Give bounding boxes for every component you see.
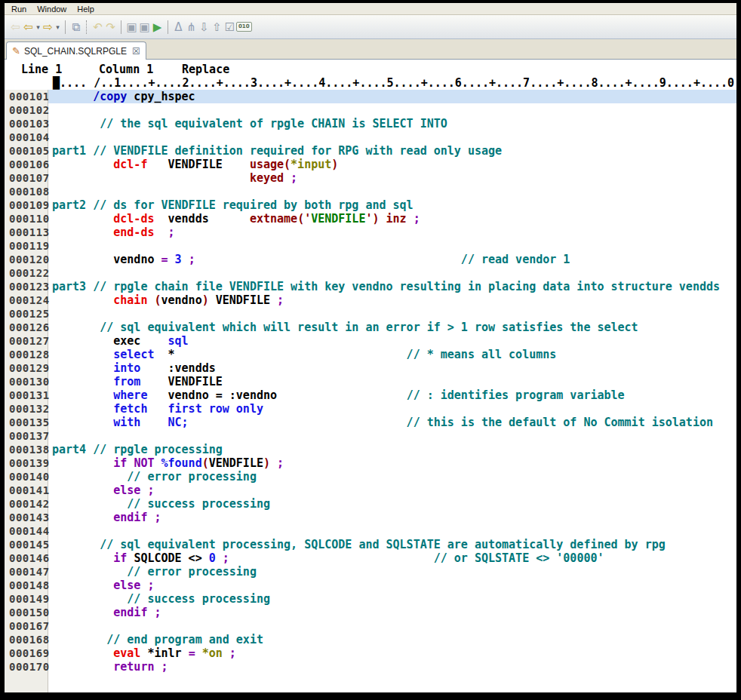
last-edit-location-icon[interactable]: ⧉: [69, 19, 82, 35]
line-sequence-number: 000150: [5, 606, 48, 619]
code-line[interactable]: 000146 if SQLCODE <> 0 ; // or SQLSTATE …: [5, 551, 736, 565]
code-line[interactable]: 000124 chain (vendno) VENDFILE ;: [5, 293, 736, 307]
menu-help[interactable]: Help: [73, 5, 101, 14]
code-text: [48, 239, 736, 253]
code-line[interactable]: 000104: [5, 130, 736, 144]
code-line[interactable]: 000138part4 // rpgle processing: [5, 443, 736, 456]
code-line[interactable]: 000170 return ;: [5, 660, 736, 674]
line-sequence-number: 000140: [5, 470, 48, 484]
code-line[interactable]: 000169 eval *inlr = *on ;: [5, 646, 736, 660]
code-text: [48, 619, 736, 633]
code-line[interactable]: 000106 dcl-f VENDFILE usage(*input): [5, 158, 736, 171]
code-text: eval *inlr = *on ;: [48, 646, 736, 660]
code-line[interactable]: 000168 // end program and exit: [5, 633, 736, 646]
code-line[interactable]: 000103 // the sql equivalent of rpgle CH…: [5, 117, 736, 130]
code-line[interactable]: 000131 where vendno = :vendno // : ident…: [5, 388, 736, 402]
code-line[interactable]: 000127 exec sql: [5, 334, 736, 348]
line-sequence-number: 000138: [5, 443, 48, 456]
line-sequence-number: 000110: [5, 212, 48, 226]
code-line[interactable]: 000141 else ;: [5, 484, 736, 497]
code-text: part4 // rpgle processing: [48, 443, 736, 456]
undo-icon[interactable]: ↶: [91, 19, 104, 35]
code-line[interactable]: 000135 with NC; // this is the default o…: [5, 416, 736, 429]
menu-window[interactable]: Window: [33, 5, 73, 14]
code-text: [48, 130, 736, 144]
code-line[interactable]: 000167: [5, 619, 736, 633]
previous-mark-icon[interactable]: ⇧: [211, 19, 223, 35]
code-text: fetch first row only: [48, 402, 736, 416]
menu-run[interactable]: Run: [8, 5, 33, 14]
code-line[interactable]: 000128 select * // * means all columns: [5, 348, 736, 361]
forward-icon[interactable]: ⇨: [42, 19, 54, 35]
lpex-editor[interactable]: Line 1 Column 1 Replace █.... /..1....+.…: [5, 60, 736, 692]
code-line[interactable]: 000126 // sql equivalent which will resu…: [5, 321, 736, 334]
terminate-icon[interactable]: ▣: [125, 19, 138, 35]
code-line[interactable]: 000142 // success processing: [5, 497, 736, 511]
status-column-number: Column 1: [99, 63, 153, 76]
code-line[interactable]: 000108: [5, 185, 736, 198]
tab-close-icon[interactable]: ☒: [132, 46, 140, 57]
code-line[interactable]: 000147 // error processing: [5, 565, 736, 579]
code-text: endif ;: [48, 606, 736, 619]
code-text: else ;: [48, 484, 736, 497]
code-line[interactable]: 000125: [5, 307, 736, 321]
code-line[interactable]: 000123part3 // rpgle chain file VENDFILE…: [5, 280, 736, 293]
back-dropdown-icon[interactable]: ▾: [35, 19, 42, 35]
compare-delta-icon[interactable]: Δ: [172, 19, 185, 35]
code-line[interactable]: 000129 into :vendds: [5, 361, 736, 375]
code-lines[interactable]: 000101 /copy cpy_hspec000102 000103 // t…: [5, 90, 736, 692]
code-line[interactable]: 000140 // error processing: [5, 470, 736, 484]
next-mark-icon[interactable]: ⇩: [198, 19, 211, 35]
code-line[interactable]: 000148 else ;: [5, 579, 736, 592]
code-text: [48, 307, 736, 321]
code-line[interactable]: 000119: [5, 239, 736, 253]
redo-icon[interactable]: ↷: [104, 19, 117, 35]
menu-bar: Run Window Help: [5, 3, 736, 15]
code-line[interactable]: 000149 // success processing: [5, 592, 736, 606]
line-sequence-number: 000147: [5, 565, 48, 579]
line-sequence-number: 000137: [5, 429, 48, 443]
binary-source-icon[interactable]: 010: [236, 22, 252, 32]
back-icon[interactable]: ⇦: [22, 19, 35, 35]
code-line[interactable]: 000120 vendno = 3 ; // read vendor 1: [5, 253, 736, 266]
line-sequence-number: 000135: [5, 416, 48, 429]
code-line[interactable]: 000144: [5, 524, 736, 538]
code-line[interactable]: 000145 // sql equivalent processing, SQL…: [5, 538, 736, 551]
tab-sql-chain-sqlrpgle[interactable]: ✎ SQL_CHAIN.SQLRPGLE ☒: [6, 41, 146, 60]
code-text: [48, 185, 736, 198]
code-line[interactable]: 000105part1 // VENDFILE definition requi…: [5, 144, 736, 158]
code-line[interactable]: 000132 fetch first row only: [5, 402, 736, 416]
code-line[interactable]: 000113 end-ds ;: [5, 226, 736, 239]
code-line[interactable]: 000150 endif ;: [5, 606, 736, 619]
verify-icon[interactable]: ☑: [223, 19, 236, 35]
code-text: from VENDFILE: [48, 375, 736, 388]
line-sequence-number: 000125: [5, 307, 48, 321]
format-ruler: █.... /..1....+....2....+....3....+....4…: [5, 76, 736, 90]
code-line[interactable]: 000130 from VENDFILE: [5, 375, 736, 388]
application-window: Run Window Help ⇦⇦▾⇨▾⧉↶↷▣▣▶Δ⋔⇩⇧☑010 ✎ SQ…: [5, 3, 736, 692]
code-line[interactable]: 000107 keyed ;: [5, 171, 736, 185]
code-line[interactable]: 000139 if NOT %found(VENDFILE) ;: [5, 456, 736, 470]
hierarchy-icon[interactable]: ⋔: [185, 19, 198, 35]
code-line[interactable]: 000122: [5, 266, 736, 280]
code-text: /copy cpy_hspec: [48, 90, 736, 103]
code-line[interactable]: 000109part2 // ds for VENDFILE required …: [5, 198, 736, 212]
line-sequence-number: 000148: [5, 579, 48, 592]
code-line[interactable]: 000110 dcl-ds vendds extname('VENDFILE')…: [5, 212, 736, 226]
line-sequence-number: 000124: [5, 293, 48, 307]
line-sequence-number: 000170: [5, 660, 48, 674]
code-line[interactable]: 000137: [5, 429, 736, 443]
code-line[interactable]: 000143 endif ;: [5, 511, 736, 524]
back-disabled-icon[interactable]: ⇦: [9, 19, 22, 35]
code-text: endif ;: [48, 511, 736, 524]
status-line-number: Line 1: [21, 63, 62, 76]
line-sequence-number: 000167: [5, 619, 48, 633]
run-icon[interactable]: ▶: [151, 19, 164, 35]
code-text: // success processing: [48, 497, 736, 511]
code-text: [48, 266, 736, 280]
code-line[interactable]: 000101 /copy cpy_hspec: [5, 90, 736, 103]
resume-icon[interactable]: ▣: [138, 19, 151, 35]
code-line[interactable]: 000102: [5, 103, 736, 117]
toolbar-separator: [168, 20, 168, 34]
forward-dropdown-icon[interactable]: ▾: [54, 19, 61, 35]
